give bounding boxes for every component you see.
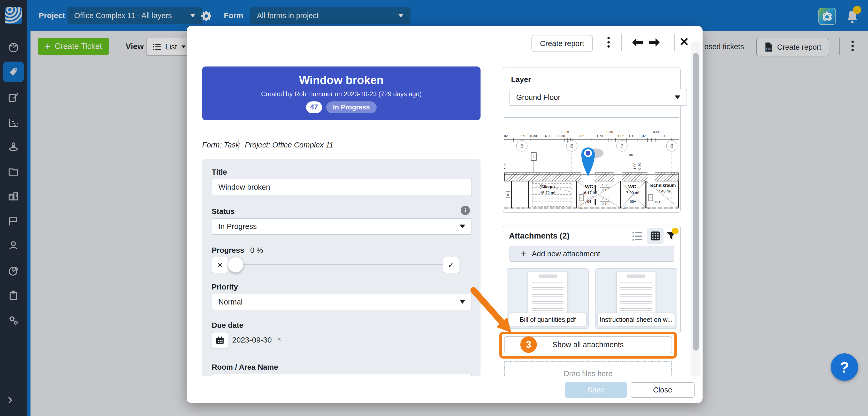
svg-text:WC: WC bbox=[628, 184, 637, 189]
filter-active-dot bbox=[672, 228, 679, 234]
svg-text:7: 7 bbox=[620, 143, 623, 149]
svg-text:2,02: 2,02 bbox=[578, 134, 584, 138]
progress-slider-handle[interactable] bbox=[228, 257, 244, 273]
modal-header-divider bbox=[621, 34, 622, 51]
progress-confirm-button[interactable]: ✓ bbox=[443, 257, 459, 273]
ticket-status-pill: In Progress bbox=[326, 101, 377, 113]
title-field-input[interactable]: Window broken bbox=[212, 179, 472, 195]
ticket-header-card: Window broken Created by Rob Hammer on 2… bbox=[202, 66, 480, 120]
ticket-form-meta: Form: Task bbox=[202, 141, 239, 149]
title-field-value: Window broken bbox=[218, 183, 270, 191]
progress-field-label: Progress bbox=[212, 246, 244, 255]
modal-header-divider bbox=[674, 34, 675, 51]
svg-text:0,9: 0,9 bbox=[663, 134, 668, 138]
svg-text:15,72 m²: 15,72 m² bbox=[540, 190, 555, 195]
svg-text:0,44: 0,44 bbox=[653, 130, 659, 134]
attachment-filename: Instructional sheet on w... bbox=[598, 313, 675, 326]
attachments-grid-view-button[interactable] bbox=[647, 228, 663, 244]
progress-value: 0 % bbox=[250, 246, 263, 255]
room-field-input[interactable] bbox=[212, 374, 472, 377]
layer-select-value: Ground Floor bbox=[516, 93, 560, 102]
svg-text:1,00: 1,00 bbox=[633, 162, 637, 170]
svg-text:04: 04 bbox=[587, 200, 591, 204]
attachments-list-view-icon[interactable] bbox=[632, 231, 643, 241]
svg-text:1,11: 1,11 bbox=[629, 134, 635, 138]
priority-field-label: Priority bbox=[212, 283, 238, 291]
svg-text:1,00: 1,00 bbox=[622, 203, 626, 209]
priority-select[interactable]: Normal bbox=[212, 294, 472, 310]
modal-create-report-button[interactable]: Create report bbox=[531, 35, 593, 52]
due-date-calendar-button[interactable] bbox=[212, 332, 228, 349]
status-select-value: In Progress bbox=[218, 222, 257, 231]
svg-text:2,10: 2,10 bbox=[602, 188, 608, 192]
svg-text:8: 8 bbox=[581, 196, 582, 200]
close-button-label: Close bbox=[653, 386, 672, 394]
ticket-id-badge: 47 bbox=[306, 101, 322, 113]
ticket-form-panel: Title Window broken Status i In Progress… bbox=[202, 159, 480, 377]
svg-text:7,90 m²: 7,90 m² bbox=[626, 190, 640, 195]
svg-text:5: 5 bbox=[520, 143, 523, 149]
save-button[interactable]: Save bbox=[565, 382, 627, 398]
svg-text:WC: WC bbox=[585, 184, 593, 189]
help-button[interactable]: ? bbox=[831, 353, 858, 381]
room-field-label: Room / Area Name bbox=[212, 363, 278, 372]
svg-text:6: 6 bbox=[570, 143, 573, 149]
add-attachment-label: Add new attachment bbox=[532, 250, 600, 258]
svg-text:1,02: 1,02 bbox=[639, 134, 646, 138]
ticket-project-meta: Project: Office Complex 11 bbox=[245, 141, 334, 149]
modal-scrollbar-thumb[interactable] bbox=[693, 53, 699, 351]
priority-select-value: Normal bbox=[218, 298, 243, 306]
svg-text:8: 8 bbox=[650, 196, 652, 200]
due-date-value: 2023-09-30 bbox=[232, 335, 272, 344]
floor-plan[interactable]: 02 0,99 0,30 4,00 0,30 2,02 1,73 1,02 1,… bbox=[504, 117, 679, 211]
svg-text:1,00: 1,00 bbox=[602, 197, 608, 201]
svg-text:05A: 05A bbox=[630, 200, 637, 204]
svg-text:0,99: 0,99 bbox=[519, 134, 525, 138]
svg-text:7,48 m²: 7,48 m² bbox=[658, 189, 671, 193]
layer-panel: Layer Ground Floor bbox=[503, 67, 681, 213]
annotation-step-badge: 3 bbox=[520, 336, 537, 353]
svg-text:1,73: 1,73 bbox=[596, 134, 603, 138]
due-date-clear-icon[interactable]: × bbox=[277, 335, 281, 343]
previous-ticket-arrow[interactable] bbox=[632, 38, 644, 47]
modal-create-report-label: Create report bbox=[540, 39, 584, 48]
svg-text:1,00: 1,00 bbox=[580, 203, 584, 209]
progress-clear-button[interactable]: × bbox=[212, 257, 228, 273]
layer-label: Layer bbox=[511, 75, 531, 84]
chevron-down-icon bbox=[460, 225, 465, 228]
next-ticket-arrow[interactable] bbox=[648, 38, 660, 47]
svg-text:0,30: 0,30 bbox=[607, 130, 613, 134]
modal-close-icon[interactable]: × bbox=[680, 32, 689, 51]
svg-text:02: 02 bbox=[504, 134, 508, 138]
calendar-icon bbox=[216, 336, 224, 345]
close-button[interactable]: Close bbox=[631, 382, 694, 398]
attachment-card[interactable]: Bill of quantities.pdf bbox=[507, 268, 589, 329]
title-field-label: Title bbox=[212, 168, 227, 176]
add-attachment-button[interactable]: + Add new attachment bbox=[509, 246, 674, 262]
attachments-panel: Attachments (2) + Add new attachment bbox=[503, 226, 681, 333]
progress-slider-track[interactable] bbox=[235, 264, 458, 265]
svg-text:0,26: 0,26 bbox=[562, 130, 569, 134]
modal-more-menu[interactable] bbox=[606, 35, 612, 50]
status-info-icon[interactable]: i bbox=[461, 206, 470, 215]
grid-view-icon bbox=[651, 231, 660, 241]
modal-scrollbar[interactable] bbox=[691, 41, 701, 377]
svg-text:(Stiege): (Stiege) bbox=[539, 184, 555, 189]
attachment-card[interactable]: Instructional sheet on w... bbox=[595, 268, 677, 329]
plus-icon: + bbox=[521, 248, 527, 260]
svg-text:05B: 05B bbox=[654, 200, 660, 204]
save-button-label: Save bbox=[587, 386, 604, 394]
svg-text:Technikraum: Technikraum bbox=[649, 183, 676, 188]
layer-select[interactable]: Ground Floor bbox=[509, 89, 687, 106]
meta-divider bbox=[238, 139, 239, 151]
status-select[interactable]: In Progress bbox=[212, 218, 472, 235]
modal-footer: Save Close bbox=[187, 377, 703, 403]
due-date-field-label: Due date bbox=[212, 321, 243, 330]
svg-text:06: 06 bbox=[629, 153, 633, 157]
svg-text:1,50: 1,50 bbox=[504, 162, 506, 170]
svg-text:0,80: 0,80 bbox=[638, 162, 642, 170]
chevron-down-icon bbox=[675, 95, 680, 99]
svg-text:1: 1 bbox=[533, 155, 535, 159]
svg-text:16,17 m²: 16,17 m² bbox=[582, 190, 597, 195]
show-all-attachments-label: Show all attachments bbox=[552, 340, 624, 349]
